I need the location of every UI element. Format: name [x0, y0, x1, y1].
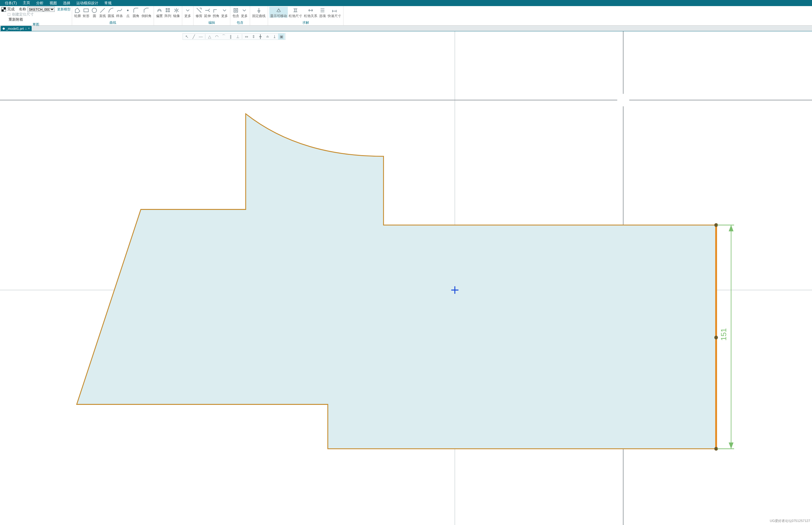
ribbon-btn-label: 选项 — [319, 14, 326, 18]
menu-tasks[interactable]: 任务(T) — [2, 0, 20, 6]
ribbon-group-title: 编辑 — [195, 20, 229, 25]
dimension-151[interactable]: 151 — [717, 225, 734, 449]
ribbon-btn-relax-dim[interactable]: 松弛尺寸 — [288, 7, 303, 18]
ribbon: 完成 名称 SKETCH_000 更新模型 ☐ 创建定位尺寸 重新附着 草图 轮… — [0, 6, 812, 26]
ribbon-group-2: 更多 — [182, 6, 194, 25]
menu-view[interactable]: 视图 — [47, 0, 60, 6]
ribbon-btn-include[interactable]: 包含 — [231, 7, 240, 18]
ribbon-btn-fix[interactable]: 固定曲线 — [251, 7, 267, 18]
update-model-button[interactable]: 更新模型 — [57, 7, 71, 12]
menu-motion[interactable]: 运动模拟设计 — [73, 0, 101, 6]
ribbon-btn-label: 松弛关系 — [304, 14, 317, 18]
ribbon-btn-label: 更多 — [221, 14, 228, 18]
relax-dim-icon — [292, 7, 299, 13]
ribbon-btn-fillet[interactable]: 圆角 — [132, 7, 140, 18]
ribbon-group-1: 偏置阵列镜像 — [154, 6, 182, 25]
extend-icon — [205, 7, 211, 13]
ribbon-btn-more[interactable]: 更多 — [183, 7, 192, 18]
ribbon-group-title — [155, 25, 181, 25]
fix-icon — [256, 7, 262, 13]
arc-icon — [108, 7, 114, 13]
ribbon-btn-label: 快速尺寸 — [328, 14, 341, 18]
name-label: 名称 — [19, 7, 26, 12]
ribbon-btn-label: 镜像 — [173, 14, 180, 18]
options-icon — [319, 7, 326, 13]
ribbon-btn-relax-rel[interactable]: 松弛关系 — [303, 7, 318, 18]
reattach-button[interactable]: 重新附着 — [9, 17, 23, 22]
ribbon-btn-trim[interactable]: 修剪 — [195, 7, 203, 18]
ribbon-group-0: 轮廓矩形圆直线圆弧样条点圆角倒斜角曲线 — [72, 6, 154, 25]
svg-point-5 — [127, 10, 129, 11]
menu-general[interactable]: 常规 — [101, 0, 115, 6]
rect-icon — [83, 7, 89, 13]
ribbon-btn-rect[interactable]: 矩形 — [82, 7, 90, 18]
ribbon-btn-label: 轮廓 — [74, 14, 81, 18]
svg-rect-1 — [1, 7, 4, 10]
ribbon-btn-pattern[interactable]: 阵列 — [164, 7, 172, 18]
ribbon-btn-quick-dim[interactable]: 快速尺寸 — [327, 7, 342, 18]
ribbon-btn-arc[interactable]: 圆弧 — [107, 7, 115, 18]
finish-sketch-icon[interactable] — [1, 7, 6, 12]
tab-close-icon[interactable]: × — [28, 27, 30, 30]
profile-icon — [75, 7, 81, 13]
more-icon — [241, 7, 247, 13]
ribbon-btn-line[interactable]: 直线 — [98, 7, 107, 18]
ribbon-btn-label: 拐角 — [213, 14, 219, 18]
ribbon-btn-spline[interactable]: 样条 — [115, 7, 124, 18]
ribbon-group-title — [251, 25, 267, 25]
ribbon-btn-label: 阵列 — [165, 14, 171, 18]
ribbon-btn-label: 包含 — [232, 14, 239, 18]
ribbon-btn-profile[interactable]: 轮廓 — [73, 7, 82, 18]
fillet-icon — [133, 7, 139, 13]
ribbon-btn-label: 倒斜角 — [141, 14, 151, 18]
sketch-region[interactable] — [77, 114, 716, 449]
ribbon-btn-label: 圆 — [93, 14, 96, 18]
svg-rect-10 — [617, 94, 629, 106]
mirror-icon — [174, 7, 180, 13]
ribbon-btn-mirror[interactable]: 镜像 — [172, 7, 181, 18]
ribbon-btn-label: 矩形 — [83, 14, 89, 18]
sketch-canvas[interactable]: ↖╱—△◠⌒∥⊥⇔⇕╋≐⤓▣ 151 U — [0, 31, 812, 525]
svg-marker-14 — [728, 225, 734, 231]
more-icon — [185, 7, 191, 13]
ribbon-btn-extend[interactable]: 延伸 — [203, 7, 212, 18]
ribbon-btn-corner[interactable]: 拐角 — [212, 7, 220, 18]
ribbon-group-title — [183, 25, 192, 25]
ribbon-btn-label: 偏置 — [156, 14, 163, 18]
create-locate-dim-label: 创建定位尺寸 — [12, 12, 34, 17]
watermark-text: UG爱好者论坛0751257127 — [770, 519, 810, 523]
ribbon-btn-more[interactable]: 更多 — [220, 7, 229, 18]
ribbon-btn-more[interactable]: 更多 — [240, 7, 249, 18]
include-icon — [233, 7, 239, 13]
ribbon-btn-label: 更多 — [241, 14, 247, 18]
dimension-value: 151 — [720, 328, 728, 341]
ribbon-btn-circle[interactable]: 圆 — [90, 7, 98, 18]
drawing-svg: 151 — [0, 31, 812, 525]
ribbon-btn-label: 圆弧 — [108, 14, 115, 18]
tab-pin-icon[interactable]: ⟂ — [25, 27, 27, 30]
line-icon — [100, 7, 106, 13]
menu-home[interactable]: 主页 — [20, 0, 33, 7]
ribbon-btn-offset[interactable]: 偏置 — [155, 7, 164, 18]
ribbon-group-6: 显示可移动松弛尺寸松弛关系选项快速尺寸求解 — [268, 6, 344, 25]
tab-label: _model1.prt — [6, 27, 24, 30]
ribbon-btn-chamfer[interactable]: 倒斜角 — [140, 7, 152, 18]
finish-label[interactable]: 完成 — [7, 7, 15, 12]
ribbon-group-5: 固定曲线 — [250, 6, 268, 25]
ribbon-group-3: 修剪延伸拐角更多编辑 — [194, 6, 230, 25]
sketch-name-select[interactable]: SKETCH_000 — [27, 7, 55, 12]
ribbon-btn-options[interactable]: 选项 — [318, 7, 327, 18]
vertex-handle-mid[interactable] — [715, 336, 718, 340]
menu-analyze[interactable]: 分析 — [33, 0, 47, 6]
ribbon-group-title: 求解 — [269, 20, 342, 25]
ribbon-btn-movable[interactable]: 显示可移动 — [269, 7, 288, 18]
chamfer-icon — [143, 7, 149, 13]
movable-icon — [276, 7, 282, 13]
create-locate-dim-checkbox[interactable]: ☐ — [7, 13, 11, 17]
relax-rel-icon — [307, 7, 314, 13]
ribbon-btn-point[interactable]: 点 — [124, 7, 132, 18]
menu-select[interactable]: 选择 — [60, 0, 73, 6]
document-tab[interactable]: ◆ _model1.prt ⟂ × — [1, 26, 32, 31]
offset-icon — [156, 7, 163, 13]
more-icon — [222, 7, 228, 13]
